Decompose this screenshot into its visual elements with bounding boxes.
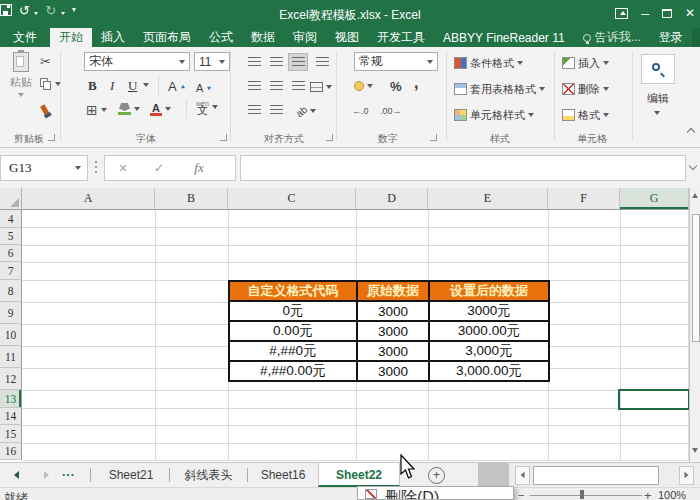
minimize-button[interactable]: – (641, 5, 649, 21)
accounting-dropdown-icon[interactable] (367, 84, 373, 88)
row-header-11[interactable]: 11 (0, 346, 22, 368)
font-name-combo[interactable]: 宋体 (84, 52, 190, 71)
share-button[interactable]: 共享 (692, 28, 700, 47)
clipboard-dialog-launcher-icon[interactable] (48, 134, 55, 141)
conditional-formatting-dropdown-icon[interactable] (517, 61, 523, 65)
underline-dropdown-icon[interactable] (143, 83, 149, 87)
row-header-15[interactable]: 15 (0, 425, 22, 443)
formula-input[interactable] (240, 155, 686, 181)
cell-styles-button[interactable]: 单元格样式 (454, 105, 534, 125)
editing-group-button[interactable]: 编辑 (633, 91, 683, 106)
table-cell[interactable]: 0元 (229, 301, 357, 321)
cut-button[interactable]: ✂ (40, 51, 51, 71)
merge-center-button[interactable] (310, 77, 332, 97)
font-color-button[interactable]: A (150, 99, 171, 119)
row-header-12[interactable]: 12 (0, 368, 22, 390)
font-size-combo[interactable]: 11 (194, 52, 230, 71)
percent-style-button[interactable]: % (390, 76, 402, 96)
tab-review[interactable]: 审阅 (284, 28, 326, 47)
prev-sheet-icon[interactable] (14, 471, 19, 479)
zoom-out-button[interactable]: − (518, 489, 524, 500)
column-header-e[interactable]: E (428, 188, 548, 209)
paste-dropdown-icon[interactable] (18, 93, 24, 97)
paste-button[interactable]: 粘贴 (5, 52, 37, 130)
align-center-button[interactable] (266, 77, 286, 95)
table-cell[interactable]: 3000 (357, 341, 429, 361)
merge-dropdown-icon[interactable] (326, 85, 332, 89)
row-header-13[interactable]: 13 (0, 390, 22, 408)
underline-button[interactable]: U (128, 76, 137, 96)
wrap-text-button[interactable] (312, 53, 332, 71)
scroll-right-button[interactable] (679, 466, 694, 485)
tab-page-layout[interactable]: 页面布局 (134, 28, 200, 47)
row-header-4[interactable]: 4 (0, 210, 22, 228)
shrink-font-button[interactable]: A (196, 78, 212, 98)
sheet-tab-sheet16[interactable]: Sheet16 (248, 463, 318, 487)
grow-font-button[interactable]: A (168, 76, 186, 96)
sheet-grid[interactable]: 4 5 6 7 8 9 10 11 12 13 14 15 16 自定义格式代码… (0, 210, 689, 461)
delete-dropdown-icon[interactable] (603, 87, 609, 91)
name-box[interactable]: G13 (0, 155, 88, 181)
editing-dropdown-icon[interactable] (654, 111, 660, 115)
table-cell[interactable]: 3000 (357, 321, 429, 341)
phonetic-dropdown-icon[interactable] (212, 105, 218, 109)
decrease-decimal-button[interactable]: .00→ (380, 101, 402, 121)
tab-insert[interactable]: 插入 (92, 28, 134, 47)
cancel-button[interactable]: × (105, 160, 141, 176)
context-menu-delete-item[interactable]: 删除(D) (385, 488, 439, 500)
close-button[interactable]: ✕ (685, 6, 695, 20)
increase-decimal-button[interactable]: ←.0 (352, 101, 369, 121)
sign-in-button[interactable]: 登录 (650, 28, 692, 47)
italic-button[interactable]: I (110, 76, 114, 96)
collapse-ribbon-icon[interactable] (687, 128, 695, 136)
number-format-combo[interactable]: 常规 (354, 52, 438, 71)
zoom-slider-track[interactable] (530, 495, 642, 496)
table-cell[interactable]: #,##0元 (229, 341, 357, 361)
table-header-cell[interactable]: 设置后的数据 (429, 281, 549, 301)
format-as-table-button[interactable]: 套用表格格式 (454, 79, 545, 99)
insert-function-button[interactable]: fx (177, 160, 221, 176)
table-cell[interactable]: 3000 (357, 361, 429, 381)
increase-indent-button[interactable] (266, 101, 286, 119)
table-cell[interactable]: 3,000.00元 (429, 361, 549, 381)
column-header-f[interactable]: F (548, 188, 620, 209)
sheet-tab-sheet22-active[interactable]: Sheet22 (318, 463, 400, 487)
tab-data[interactable]: 数据 (242, 28, 284, 47)
number-format-dropdown-icon[interactable] (427, 60, 433, 64)
cell-styles-dropdown-icon[interactable] (528, 113, 534, 117)
table-cell[interactable]: #,##0.00元 (229, 361, 357, 381)
decrease-indent-button[interactable] (244, 101, 264, 119)
row-header-6[interactable]: 6 (0, 245, 22, 262)
scroll-up-icon[interactable] (692, 193, 698, 198)
middle-align-button[interactable] (266, 53, 286, 71)
format-dropdown-icon[interactable] (603, 113, 609, 117)
row-header-14[interactable]: 14 (0, 408, 22, 425)
delete-cells-button[interactable]: 删除 (562, 79, 609, 99)
tab-abbyy[interactable]: ABBYY FineReader 11 (434, 28, 574, 47)
fill-color-button[interactable] (118, 99, 140, 119)
maximize-button[interactable] (662, 9, 672, 18)
sheet-tab-xiexianbiaotou[interactable]: 斜线表头 (170, 463, 247, 487)
sheet-tab-sheet21[interactable]: Sheet21 (94, 463, 168, 487)
name-box-dropdown-icon[interactable] (75, 166, 81, 170)
comma-style-button[interactable]: , (414, 73, 418, 93)
expand-formula-bar-icon[interactable] (689, 162, 697, 170)
column-header-c[interactable]: C (228, 188, 356, 209)
bottom-align-button[interactable] (288, 53, 308, 71)
find-select-button[interactable] (641, 54, 675, 84)
conditional-formatting-button[interactable]: 条件格式 (454, 53, 523, 73)
row-header-16[interactable]: 16 (0, 443, 22, 460)
format-painter-button[interactable] (42, 99, 47, 119)
format-cells-button[interactable]: 格式 (562, 105, 609, 125)
copy-button[interactable] (40, 74, 61, 94)
horizontal-scrollbar[interactable] (508, 463, 700, 487)
borders-dropdown-icon[interactable] (101, 108, 107, 112)
font-name-dropdown-icon[interactable] (179, 60, 185, 64)
column-header-g[interactable]: G (620, 188, 689, 209)
zoom-slider-thumb[interactable] (580, 490, 584, 499)
selected-cell-g13[interactable] (618, 389, 689, 410)
row-header-8[interactable]: 8 (0, 280, 22, 302)
bold-button[interactable]: B (88, 76, 97, 96)
select-all-corner[interactable] (0, 188, 22, 209)
fill-color-dropdown-icon[interactable] (134, 107, 140, 111)
